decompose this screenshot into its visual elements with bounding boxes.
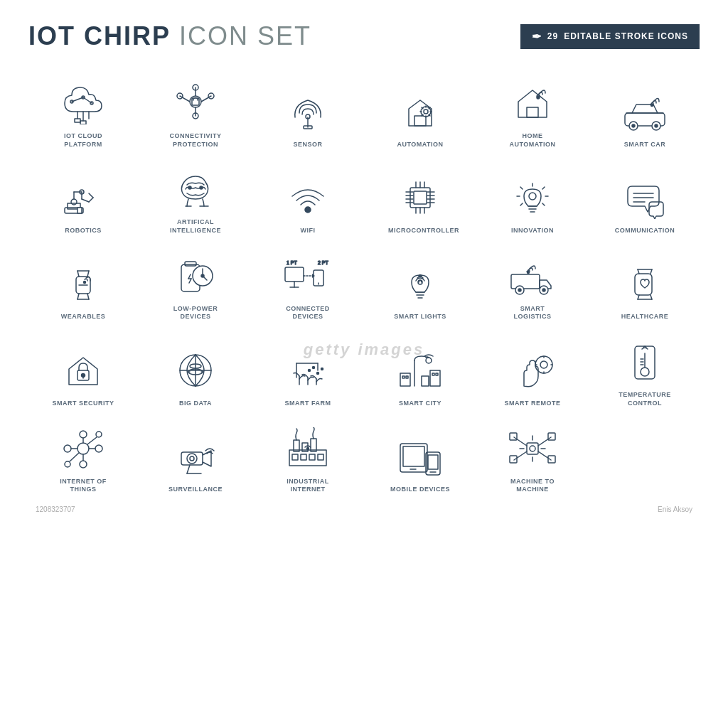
- icon-microcontroller[interactable]: MICROCONTROLLER: [365, 159, 475, 239]
- svg-line-89: [77, 294, 79, 299]
- svg-rect-203: [428, 455, 438, 469]
- icon-internet-of-things[interactable]: INTERNET OF THINGS: [28, 418, 138, 498]
- icon-sensor[interactable]: SENSOR: [253, 73, 363, 153]
- svg-line-75: [520, 187, 523, 189]
- low-power-devices-label: LOW-POWER DEVICES: [164, 305, 228, 321]
- wearables-icon: [55, 259, 112, 309]
- svg-rect-194: [301, 454, 306, 460]
- svg-point-174: [64, 445, 71, 452]
- icon-robotics[interactable]: ROBOTICS: [28, 159, 138, 239]
- svg-rect-198: [400, 444, 427, 472]
- svg-line-7: [72, 97, 83, 102]
- smart-lights-icon: [392, 259, 449, 309]
- svg-point-172: [80, 431, 87, 438]
- icon-connected-devices[interactable]: 1 PT 2 PT CONNECTED DEVICES: [253, 245, 363, 326]
- smart-security-label: SMART SECURITY: [52, 400, 114, 408]
- ai-icon: [167, 164, 224, 214]
- sensor-label: SENSOR: [293, 141, 322, 149]
- svg-rect-30: [527, 107, 538, 117]
- icon-mobile-devices[interactable]: MOBILE DEVICES: [365, 418, 475, 498]
- title-icon-set: ICON SET: [179, 21, 311, 51]
- microcontroller-label: MICROCONTROLLER: [388, 227, 452, 235]
- connected-devices-icon: 1 PT 2 PT: [279, 251, 336, 301]
- svg-line-45: [82, 199, 89, 202]
- svg-rect-155: [402, 376, 405, 378]
- icon-low-power-devices[interactable]: LOW-POWER DEVICES: [141, 245, 250, 326]
- svg-point-37: [651, 104, 653, 106]
- icon-innovation[interactable]: INNOVATION: [478, 159, 587, 239]
- icon-smart-farm[interactable]: SMART FARM: [253, 331, 363, 412]
- smart-lights-label: SMART LIGHTS: [394, 313, 446, 321]
- svg-rect-103: [285, 267, 304, 282]
- temperature-control-icon: [616, 337, 673, 387]
- icon-machine-to-machine[interactable]: MACHINE TO MACHINE: [478, 418, 587, 498]
- connectivity-protection-icon: [167, 78, 224, 128]
- home-automation-label: HOME AUTOMATION: [500, 132, 564, 149]
- svg-line-205: [514, 437, 527, 446]
- svg-line-76: [542, 187, 545, 189]
- icon-surveillance[interactable]: SURVEILLANCE: [141, 418, 250, 498]
- svg-point-116: [419, 275, 422, 277]
- icon-home-automation[interactable]: HOME AUTOMATION: [478, 73, 587, 153]
- smart-car-icon: [616, 87, 673, 136]
- header: IOT CHIRP ICON SET ✒ 29 EDITABLE STROKE …: [28, 21, 700, 51]
- connected-devices-label: CONNECTED DEVICES: [276, 305, 340, 321]
- icon-iot-cloud-platform[interactable]: IOT CLOUD PLATFORM: [28, 73, 138, 153]
- machine-to-machine-icon: [504, 424, 561, 473]
- robotics-label: ROBOTICS: [65, 227, 102, 235]
- healthcare-label: HEALTHCARE: [621, 313, 668, 321]
- icon-wearables[interactable]: WEARABLES: [28, 245, 138, 326]
- communication-label: COMMUNICATION: [615, 227, 675, 235]
- stock-number: 1208323707: [36, 505, 75, 513]
- surveillance-icon: [167, 432, 224, 481]
- svg-point-146: [313, 366, 315, 368]
- svg-line-187: [187, 465, 190, 473]
- icon-industrial-internet[interactable]: INDUSTRIAL INTERNET: [253, 418, 363, 498]
- page-wrapper: IOT CHIRP ICON SET ✒ 29 EDITABLE STROKE …: [0, 0, 728, 728]
- svg-line-86: [77, 271, 79, 277]
- icon-smart-car[interactable]: SMART CAR: [590, 73, 700, 153]
- svg-point-197: [307, 447, 309, 449]
- icon-automation[interactable]: AUTOMATION: [365, 73, 475, 153]
- icon-connectivity-protection[interactable]: CONNECTIVITY PROTECTION: [141, 73, 250, 153]
- svg-rect-154: [422, 376, 429, 386]
- svg-rect-156: [406, 376, 408, 378]
- smart-city-label: SMART CITY: [399, 400, 441, 408]
- svg-point-35: [632, 124, 635, 127]
- svg-point-31: [537, 96, 540, 99]
- svg-line-96: [188, 274, 191, 279]
- icon-smart-security[interactable]: SMART SECURITY: [28, 331, 138, 412]
- microcontroller-icon: [392, 173, 449, 223]
- icon-wifi[interactable]: WIFI: [253, 159, 363, 239]
- icon-ai[interactable]: ARTIFICAL INTELLIGENCE: [141, 159, 250, 239]
- svg-rect-157: [432, 373, 434, 375]
- header-title: IOT CHIRP ICON SET: [28, 21, 311, 51]
- icon-smart-logistics[interactable]: SMART LOGISTICS: [478, 245, 587, 326]
- svg-rect-56: [414, 191, 427, 204]
- big-data-label: BIG DATA: [179, 400, 212, 408]
- robotics-icon: [55, 173, 112, 223]
- svg-point-121: [542, 289, 545, 291]
- icon-smart-lights[interactable]: SMART LIGHTS: [365, 245, 475, 326]
- svg-point-54: [305, 207, 311, 213]
- svg-point-151: [426, 358, 432, 363]
- svg-text:1 PT: 1 PT: [287, 260, 298, 265]
- smart-farm-label: SMART FARM: [285, 400, 331, 408]
- svg-rect-204: [527, 443, 538, 454]
- svg-line-127: [638, 295, 639, 299]
- smart-car-label: SMART CAR: [624, 141, 666, 149]
- internet-of-things-icon: [55, 424, 112, 473]
- svg-point-173: [80, 461, 87, 468]
- icon-big-data[interactable]: BIG DATA: [141, 331, 250, 412]
- automation-label: AUTOMATION: [397, 141, 443, 149]
- svg-text:2 PT: 2 PT: [318, 260, 329, 265]
- svg-rect-55: [410, 188, 430, 208]
- svg-point-185: [187, 454, 197, 464]
- icon-healthcare[interactable]: HEALTHCARE: [590, 245, 700, 326]
- icon-smart-remote[interactable]: SMART REMOTE: [478, 331, 587, 412]
- home-automation-icon: [504, 78, 561, 128]
- svg-point-122: [528, 271, 530, 273]
- icon-temperature-control[interactable]: TEMPERATURE CONTROL: [590, 331, 700, 412]
- icon-smart-city[interactable]: SMART CITY: [365, 331, 475, 412]
- icon-communication[interactable]: COMMUNICATION: [590, 159, 700, 239]
